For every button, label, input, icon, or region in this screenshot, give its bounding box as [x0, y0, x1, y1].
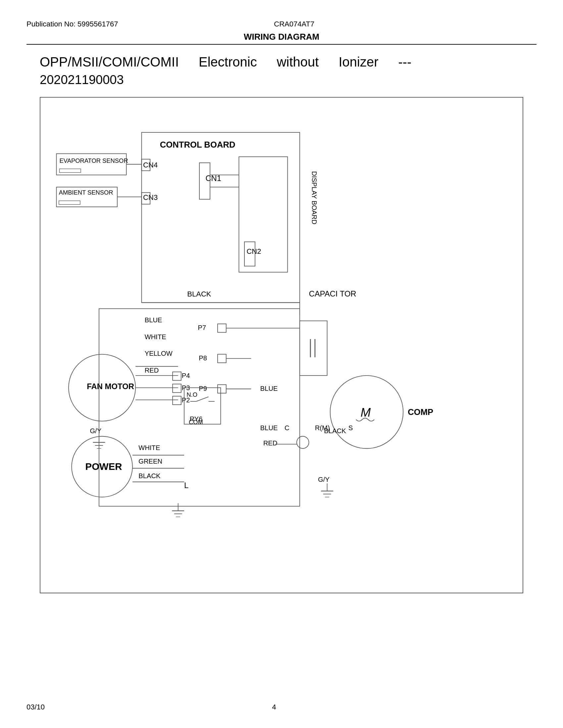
- gy-label-left: G/Y: [90, 427, 101, 434]
- svg-point-42: [297, 436, 309, 449]
- svg-rect-6: [56, 154, 126, 175]
- cn2-label: CN2: [246, 247, 261, 255]
- svg-rect-7: [60, 169, 81, 172]
- footer-date: 03/10: [26, 703, 45, 711]
- subtitle-part4: Ionizer: [339, 55, 378, 69]
- evaporator-sensor-label: EVAPORATOR SENSOR: [60, 157, 128, 164]
- subtitle-part1: OPP/MSII/COMI/COMII: [40, 55, 179, 69]
- model-number: CRA074AT7: [274, 20, 314, 28]
- p8-label: P8: [199, 354, 207, 362]
- header-meta: Publication No: 5995561767 CRA074AT7: [26, 20, 537, 28]
- capacitor-label: CAPACI TOR: [309, 289, 356, 298]
- subtitle-row: OPP/MSII/COMI/COMII Electronic without I…: [26, 55, 537, 69]
- com-label: COM: [189, 419, 203, 426]
- power-label: POWER: [85, 461, 122, 472]
- svg-rect-30: [217, 385, 226, 393]
- subtitle-part5: ---: [398, 55, 411, 69]
- page: Publication No: 5995561767 CRA074AT7 WIR…: [0, 0, 563, 728]
- power-black-label: BLACK: [138, 472, 161, 479]
- doc-number: 202021190003: [26, 73, 537, 87]
- p4-label: P4: [182, 372, 190, 379]
- svg-rect-39: [300, 321, 327, 376]
- svg-rect-29: [217, 354, 226, 363]
- blue-bottom-label: BLUE: [260, 424, 278, 432]
- red-label: RED: [263, 439, 277, 447]
- black-wire-label: BLACK: [187, 290, 211, 298]
- c-label: C: [285, 424, 290, 432]
- fan-motor-label: FAN MOTOR: [87, 382, 134, 391]
- control-board-label: CONTROL BOARD: [160, 140, 235, 149]
- motor-symbol: M: [361, 406, 371, 419]
- wiring-diagram: CONTROL BOARD CN1 DISPLAY BOARD CN2 EVAP…: [40, 97, 523, 593]
- ambient-sensor-label: AMBIENT SENSOR: [59, 189, 113, 196]
- subtitle-part3: without: [277, 55, 319, 69]
- gy-bottom-label: G/Y: [318, 476, 330, 483]
- no-label: N.O: [186, 391, 197, 398]
- p7-label: P7: [198, 324, 206, 331]
- svg-rect-28: [217, 324, 226, 333]
- svg-line-34: [196, 397, 209, 401]
- footer: 03/10 4: [26, 703, 537, 711]
- power-white-label: WHITE: [138, 444, 160, 451]
- rm-label: R(M): [315, 424, 330, 432]
- svg-rect-27: [172, 396, 181, 405]
- white-wire-label: WHITE: [145, 333, 166, 341]
- svg-rect-23: [172, 372, 181, 381]
- page-title: WIRING DIAGRAM: [26, 32, 537, 42]
- p9-label: P9: [199, 385, 207, 392]
- svg-rect-0: [142, 132, 300, 302]
- power-green-label: GREEN: [138, 458, 162, 465]
- l-label: L: [184, 481, 188, 490]
- blue-right-label: BLUE: [260, 385, 278, 392]
- yellow-wire-label: YELLOW: [145, 350, 172, 357]
- publication-number: Publication No: 5995561767: [26, 20, 118, 28]
- wiring-svg: CONTROL BOARD CN1 DISPLAY BOARD CN2 EVAP…: [50, 108, 513, 583]
- svg-rect-25: [172, 384, 181, 393]
- svg-rect-4: [239, 157, 288, 272]
- s-label: S: [349, 424, 353, 432]
- comp-label: COMP: [408, 407, 433, 417]
- footer-page: 4: [45, 703, 503, 711]
- red-wire-label: RED: [145, 367, 159, 374]
- blue-wire-label: BLUE: [145, 316, 162, 324]
- display-board-label: DISPLAY BOARD: [311, 171, 318, 224]
- subtitle-part2: Electronic: [199, 55, 257, 69]
- svg-rect-11: [59, 201, 80, 205]
- header-divider: [26, 44, 537, 45]
